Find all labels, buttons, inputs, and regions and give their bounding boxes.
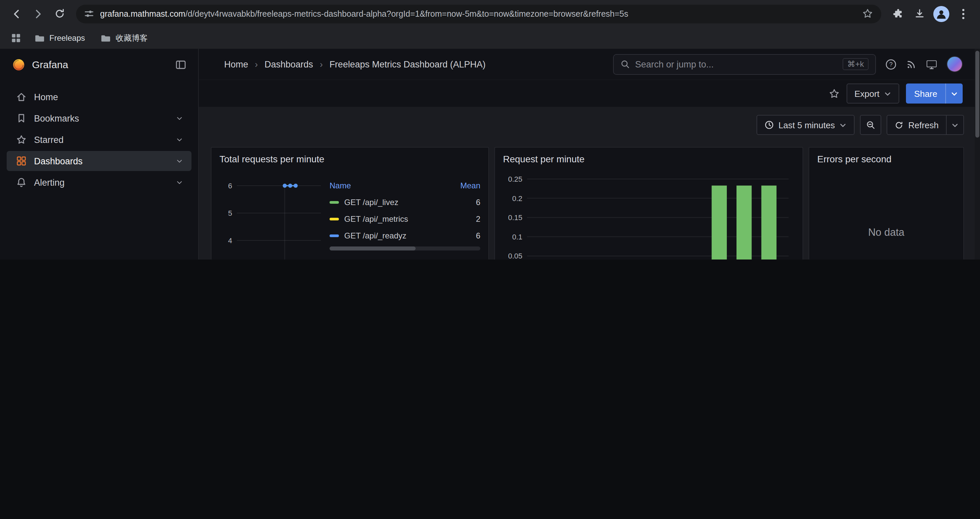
chevron-down-icon[interactable]: [175, 136, 183, 144]
export-button[interactable]: Export: [846, 83, 899, 104]
breadcrumb-dashboards[interactable]: Dashboards: [264, 59, 313, 69]
series-color-dash: [329, 201, 339, 203]
dashboard-content: Last 5 minutes Refresh: [199, 107, 980, 260]
breadcrumb-home[interactable]: Home: [224, 59, 248, 69]
svg-text:0.15: 0.15: [508, 213, 522, 222]
refresh-button[interactable]: Refresh: [887, 115, 947, 135]
refresh-label: Refresh: [908, 120, 939, 130]
sidebar-item-alerting[interactable]: Alerting: [7, 172, 191, 192]
bookmark-label: 收藏博客: [116, 32, 148, 44]
folder-icon: [35, 33, 45, 43]
sidebar-item-dashboards[interactable]: Dashboards: [7, 151, 191, 171]
apps-grid-icon[interactable]: [8, 30, 24, 46]
dashboard-actions-bar: Export Share: [199, 80, 980, 107]
scrollbar-thumb[interactable]: [329, 246, 415, 251]
breadcrumb: Home › Dashboards › Freeleaps Metrics Da…: [224, 59, 486, 69]
line-chart[interactable]: 6543217:40: [220, 176, 326, 260]
browser-menu-icon[interactable]: [953, 4, 973, 24]
dock-sidebar-icon[interactable]: [175, 59, 186, 70]
search-icon: [620, 59, 630, 69]
favorite-star-icon[interactable]: [828, 88, 840, 99]
series-name[interactable]: GET /api/_readyz: [344, 231, 406, 240]
bar-chart[interactable]: 0.250.20.150.10.05017:37:0017:38:0017:39…: [503, 171, 794, 260]
sidebar-item-bookmarks[interactable]: Bookmarks: [7, 108, 191, 128]
panel-title[interactable]: Total requests per minute: [220, 152, 480, 166]
sidebar-item-label: Alerting: [34, 177, 168, 187]
share-dropdown-icon[interactable]: [945, 83, 963, 104]
chevron-down-icon[interactable]: [175, 157, 183, 165]
monitor-icon[interactable]: [926, 58, 937, 70]
keyboard-shortcut: ⌘+k: [843, 58, 869, 70]
legend-scrollbar[interactable]: [329, 246, 480, 251]
site-info-icon[interactable]: [84, 9, 94, 19]
url-domain: grafana.mathmast.com: [100, 9, 185, 18]
help-icon[interactable]: ?: [885, 58, 897, 70]
chevron-down-icon: [884, 90, 892, 97]
panel-legend-table: NameMeanGET /api/_livez6GET /api/_metric…: [329, 178, 480, 260]
page-scrollbar[interactable]: [975, 49, 980, 260]
time-range-picker[interactable]: Last 5 minutes: [757, 115, 855, 135]
grafana-logo[interactable]: [12, 58, 25, 71]
legend-column-header[interactable]: Name: [329, 181, 439, 190]
legend-column-header[interactable]: Mean: [443, 181, 480, 190]
bookmark-folder-blog[interactable]: 收藏博客: [96, 30, 153, 46]
apps-icon: [16, 156, 27, 166]
panel-title[interactable]: Request per minute: [503, 152, 795, 166]
no-data-message: No data: [868, 227, 905, 238]
main-area: Home › Dashboards › Freeleaps Metrics Da…: [199, 49, 980, 260]
star-icon: [16, 134, 27, 145]
breadcrumb-current[interactable]: Freeleaps Metrics Dashboard (ALPHA): [329, 59, 486, 69]
extensions-icon[interactable]: [888, 4, 908, 24]
series-value: 2: [443, 214, 480, 224]
sidebar-item-label: Starred: [34, 134, 168, 145]
bell-icon: [16, 177, 27, 188]
url-bar[interactable]: grafana.mathmast.com/d/deytv4rwavabkb/fr…: [76, 4, 881, 23]
export-label: Export: [854, 88, 879, 99]
sidebar-item-label: Bookmarks: [34, 113, 168, 123]
bookmark-label: Freeleaps: [49, 34, 85, 43]
back-icon[interactable]: [7, 4, 27, 24]
chevron-down-icon[interactable]: [175, 114, 183, 122]
bookmarks-bar: Freeleaps 收藏博客: [0, 27, 980, 49]
sidebar-item-label: Dashboards: [34, 156, 168, 166]
bookmark-star-icon[interactable]: [862, 8, 873, 19]
chevron-down-icon[interactable]: [175, 178, 183, 186]
panel-grid: Total requests per minute 6543217:40 Nam…: [211, 147, 964, 260]
grafana-app: Grafana HomeBookmarksStarredDashboardsAl…: [0, 49, 980, 260]
zoom-out-icon[interactable]: [860, 115, 881, 135]
refresh-interval-dropdown[interactable]: [947, 115, 964, 135]
sidebar-item-starred[interactable]: Starred: [7, 129, 191, 150]
downloads-icon[interactable]: [909, 4, 929, 24]
screen: grafana.mathmast.com/d/deytv4rwavabkb/fr…: [0, 0, 980, 260]
panel-title[interactable]: Errors per second: [817, 152, 955, 166]
url-path: /d/deytv4rwavabkb/freeleaps-metrics-dash…: [185, 9, 628, 18]
svg-text:5: 5: [228, 209, 232, 217]
panel-errors-per-second: Errors per second No data: [808, 147, 964, 260]
url-text[interactable]: grafana.mathmast.com/d/deytv4rwavabkb/fr…: [100, 9, 856, 18]
share-button[interactable]: Share: [906, 83, 945, 104]
refresh-icon: [895, 121, 904, 129]
bookmark-folder-freeleaps[interactable]: Freeleaps: [29, 31, 91, 45]
legend-row: GET /api/_metrics2: [329, 211, 480, 227]
browser-profile-avatar[interactable]: [933, 6, 949, 22]
sidebar-header: Grafana: [0, 49, 198, 80]
search-input[interactable]: Search or jump to... ⌘+k: [613, 54, 876, 75]
forward-icon[interactable]: [28, 4, 48, 24]
panel-request-per-minute: Request per minute 0.250.20.150.10.05017…: [494, 147, 803, 260]
bookmark-icon: [16, 113, 27, 124]
sidebar-nav: HomeBookmarksStarredDashboardsAlerting: [0, 80, 198, 199]
scrollbar-thumb[interactable]: [975, 51, 979, 137]
svg-text:6: 6: [228, 182, 232, 190]
legend-row: GET /api/_livez6: [329, 194, 480, 211]
sidebar-item-home[interactable]: Home: [7, 87, 191, 107]
clock-icon: [765, 120, 774, 129]
series-name[interactable]: GET /api/_livez: [344, 197, 398, 207]
top-nav: Home › Dashboards › Freeleaps Metrics Da…: [199, 49, 980, 80]
news-rss-icon[interactable]: [906, 59, 916, 69]
series-value: 6: [443, 231, 480, 240]
reload-icon[interactable]: [49, 4, 69, 24]
time-controls: Last 5 minutes Refresh: [211, 115, 964, 135]
folder-icon: [101, 33, 111, 43]
user-avatar[interactable]: [947, 56, 963, 72]
series-name[interactable]: GET /api/_metrics: [344, 214, 408, 224]
